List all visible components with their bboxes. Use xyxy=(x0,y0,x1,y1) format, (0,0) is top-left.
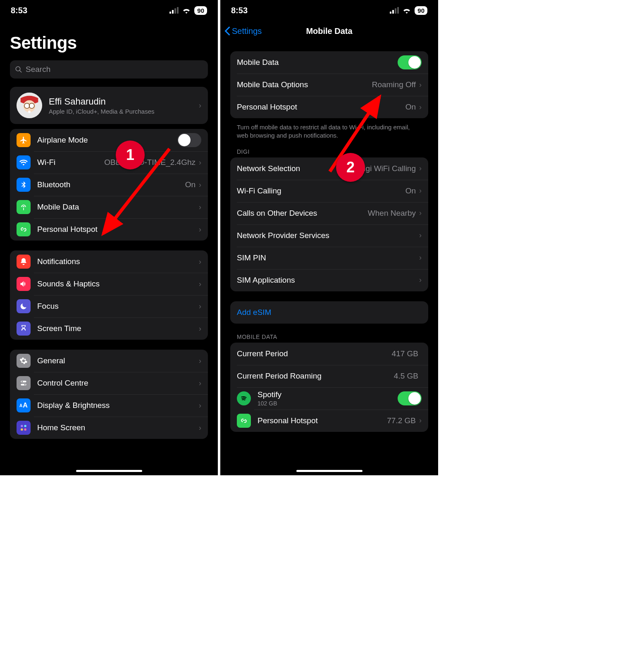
bluetooth-icon xyxy=(17,178,31,192)
airplane-mode-row[interactable]: Airplane Mode xyxy=(10,129,208,151)
airplane-mode-label: Airplane Mode xyxy=(37,136,88,145)
spotify-icon xyxy=(237,391,251,405)
home-indicator[interactable] xyxy=(296,470,362,472)
annotation-badge-1: 1 xyxy=(116,141,145,169)
hotspot-icon xyxy=(237,414,251,428)
chevron-right-icon: › xyxy=(419,103,422,112)
mobile-data-options-value: Roaming Off xyxy=(372,80,416,89)
personal-hotspot-usage-label: Personal Hotspot xyxy=(258,416,318,425)
current-period-roaming-value: 4.5 GB xyxy=(394,372,418,381)
chevron-right-icon: › xyxy=(419,186,422,195)
mobile-data-options-row[interactable]: Mobile Data Options Roaming Off › xyxy=(230,74,428,96)
focus-label: Focus xyxy=(37,302,59,311)
mobile-data-footer: Turn off mobile data to restrict all dat… xyxy=(237,123,422,140)
bluetooth-row[interactable]: Bluetooth On › xyxy=(10,174,208,196)
app-usage-spotify-row[interactable]: Spotify 102 GB xyxy=(230,387,428,410)
screentime-label: Screen Time xyxy=(37,324,81,333)
mobile-data-usage-header: MOBILE DATA xyxy=(237,334,422,340)
text-size-icon: AA xyxy=(17,398,31,412)
svg-line-1 xyxy=(19,70,21,72)
chevron-right-icon: › xyxy=(199,225,201,234)
chevron-right-icon: › xyxy=(199,181,201,189)
search-input[interactable] xyxy=(26,65,203,74)
control-centre-row[interactable]: Control Centre › xyxy=(10,372,208,394)
profile-name: Effi Saharudin xyxy=(49,96,155,107)
spotify-text: Spotify 102 GB xyxy=(258,390,281,407)
chevron-left-icon xyxy=(224,26,230,36)
display-row[interactable]: AA Display & Brightness › xyxy=(10,394,208,417)
chevron-right-icon: › xyxy=(419,276,422,284)
chevron-right-icon: › xyxy=(199,302,201,311)
digi-header: DIGI xyxy=(237,148,422,155)
airplane-mode-toggle[interactable] xyxy=(177,133,201,147)
sounds-row[interactable]: Sounds & Haptics › xyxy=(10,273,208,295)
speaker-icon xyxy=(17,277,31,291)
add-esim-row[interactable]: Add eSIM xyxy=(230,301,428,324)
apple-id-row[interactable]: Effi Saharudin Apple ID, iCloud+, Media … xyxy=(10,87,208,124)
control-centre-label: Control Centre xyxy=(37,379,88,388)
search-icon xyxy=(15,66,22,73)
mobile-data-toggle[interactable] xyxy=(398,55,422,69)
mobile-data-row[interactable]: Mobile Data › xyxy=(10,196,208,218)
wifi-row[interactable]: Wi-Fi OBEFIEND-TIME_2.4Ghz › xyxy=(10,151,208,174)
personal-hotspot-label: Personal Hotspot xyxy=(237,102,297,112)
screenshot-settings-main: 8:53 90 Settings xyxy=(0,0,218,475)
personal-hotspot-row[interactable]: Personal Hotspot › xyxy=(10,218,208,241)
carrier-group: Network Selection Digi WiFi Calling › Wi… xyxy=(230,157,428,291)
current-period-roaming-label: Current Period Roaming xyxy=(237,372,322,381)
network-provider-label: Network Provider Services xyxy=(237,231,329,240)
app-usage-hotspot-row[interactable]: Personal Hotspot 77.2 GB › xyxy=(230,410,428,432)
connectivity-group: Airplane Mode Wi-Fi OBEFIEND-TIME_2.4Ghz… xyxy=(10,129,208,241)
back-label: Settings xyxy=(232,26,262,36)
add-esim-label: Add eSIM xyxy=(237,308,271,317)
general-row[interactable]: General › xyxy=(10,350,208,372)
network-provider-services-row[interactable]: Network Provider Services › xyxy=(230,224,428,247)
spotify-toggle[interactable] xyxy=(398,391,422,405)
nav-bar: Settings Mobile Data xyxy=(220,21,438,41)
wifi-calling-row[interactable]: Wi-Fi Calling On › xyxy=(230,180,428,202)
notifications-row[interactable]: Notifications › xyxy=(10,250,208,273)
mobile-data-label: Mobile Data xyxy=(237,58,279,67)
wifi-icon xyxy=(402,7,411,14)
search-field[interactable] xyxy=(10,60,208,79)
sim-applications-row[interactable]: SIM Applications › xyxy=(230,269,428,291)
chevron-right-icon: › xyxy=(199,257,201,266)
status-right: 90 xyxy=(169,6,207,15)
personal-hotspot-label: Personal Hotspot xyxy=(37,225,98,234)
wifi-icon xyxy=(182,7,191,14)
status-time: 8:53 xyxy=(11,6,27,15)
current-period-label: Current Period xyxy=(237,349,288,358)
home-screen-row[interactable]: Home Screen › xyxy=(10,417,208,439)
chevron-right-icon: › xyxy=(419,416,422,425)
mobile-data-label: Mobile Data xyxy=(37,203,79,212)
svg-point-12 xyxy=(24,384,26,385)
profile-group: Effi Saharudin Apple ID, iCloud+, Media … xyxy=(10,87,208,124)
chevron-right-icon: › xyxy=(419,164,422,173)
focus-row[interactable]: Focus › xyxy=(10,295,208,317)
status-right: 90 xyxy=(390,6,427,15)
screentime-row[interactable]: Screen Time › xyxy=(10,317,208,340)
bluetooth-value: On xyxy=(185,180,196,189)
wifi-icon xyxy=(17,155,31,169)
gear-icon xyxy=(17,354,31,368)
sliders-icon xyxy=(17,376,31,390)
battery-badge: 90 xyxy=(194,6,207,15)
back-button[interactable]: Settings xyxy=(224,26,262,36)
page-title: Settings xyxy=(0,21,218,60)
home-indicator[interactable] xyxy=(76,470,142,472)
calls-other-devices-row[interactable]: Calls on Other Devices When Nearby › xyxy=(230,202,428,224)
chevron-right-icon: › xyxy=(419,81,422,89)
svg-rect-15 xyxy=(21,429,23,431)
notifications-label: Notifications xyxy=(37,257,80,266)
cellular-signal-icon xyxy=(169,7,179,14)
annotation-badge-2: 2 xyxy=(336,153,365,182)
current-period-roaming-row: Current Period Roaming 4.5 GB xyxy=(230,365,428,387)
network-selection-row[interactable]: Network Selection Digi WiFi Calling › xyxy=(230,157,428,180)
notifications-group: Notifications › Sounds & Haptics › Focus… xyxy=(10,250,208,340)
avatar xyxy=(17,93,42,118)
usage-group: Current Period 417 GB Current Period Roa… xyxy=(230,343,428,432)
svg-point-10 xyxy=(21,381,23,382)
sim-pin-row[interactable]: SIM PIN › xyxy=(230,247,428,269)
personal-hotspot-row[interactable]: Personal Hotspot On › xyxy=(230,96,428,118)
mobile-data-toggle-row[interactable]: Mobile Data xyxy=(230,51,428,74)
